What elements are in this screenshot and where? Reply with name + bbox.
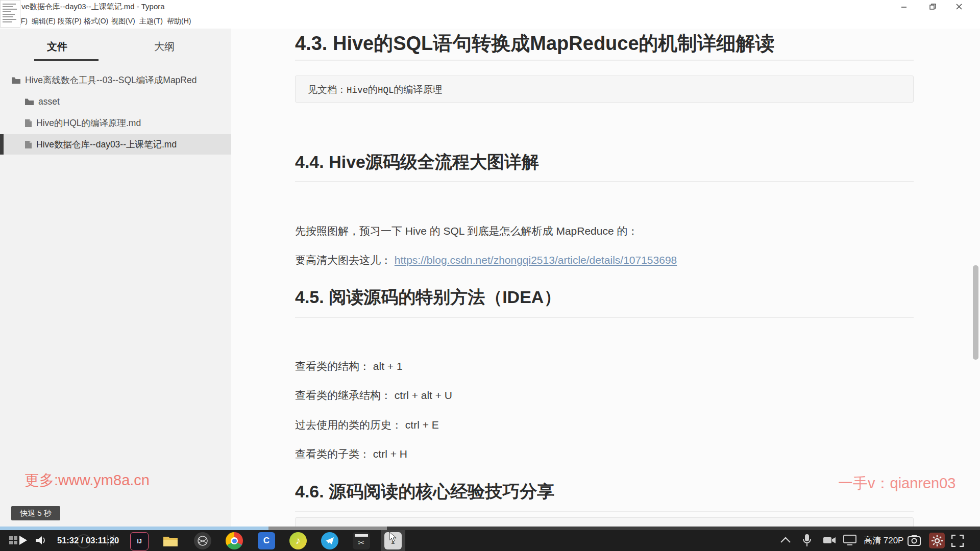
video-progress-track[interactable] xyxy=(0,527,980,530)
menu-paragraph[interactable]: 段落(P) xyxy=(58,13,82,29)
fullscreen-icon xyxy=(951,535,964,547)
settings-button[interactable] xyxy=(929,533,945,548)
tree-item-root-folder[interactable]: Hive离线数仓工具--03--SQL编译成MapRed xyxy=(0,70,242,90)
note-text: 见文档：Hive的HQL的编译原理 xyxy=(308,83,913,96)
close-icon xyxy=(956,4,962,10)
screenshot-button[interactable] xyxy=(908,535,921,546)
watermark-right: 一手v：qianren03 xyxy=(838,473,956,494)
snipping-tool-icon[interactable]: ✂ xyxy=(353,532,370,549)
file-icon xyxy=(24,119,32,128)
shortcut-line: 查看类的继承结构： ctrl + alt + U xyxy=(295,388,914,403)
menu-bar: 文件(F) 编辑(E) 段落(P) 格式(O) 视图(V) 主题(T) 帮助(H… xyxy=(0,13,980,29)
divider xyxy=(295,60,914,61)
overlay-note-box xyxy=(0,0,20,28)
close-button[interactable] xyxy=(947,0,971,13)
scrollbar-thumb[interactable] xyxy=(973,265,978,360)
screen: ve数据仓库--day03--上课笔记.md - Typora 文件(F) 编辑… xyxy=(0,0,980,551)
qq-music-icon[interactable]: ♪ xyxy=(289,532,307,549)
tree-item-hql-doc[interactable]: Hive的HQL的编译原理.md xyxy=(0,113,256,133)
telegram-icon[interactable] xyxy=(321,532,338,549)
fullscreen-button[interactable] xyxy=(951,535,964,547)
folder-icon xyxy=(24,98,34,106)
tree-item-label: Hive的HQL的编译原理.md xyxy=(36,117,141,129)
time-display: 51:32 / 03:11:20 xyxy=(57,530,119,551)
quality-selector[interactable]: 高清 720P xyxy=(864,530,903,551)
player-control-bar: 51:32 / 03:11:20 IJ C ♪ ✂ T xyxy=(0,530,980,551)
menu-theme[interactable]: 主题(T) xyxy=(139,13,163,29)
windows-start-icon[interactable] xyxy=(9,536,17,544)
globe-app-icon[interactable] xyxy=(194,532,211,549)
note-callout: 见文档：Hive的HQL的编译原理 xyxy=(295,76,914,103)
tree-item-label: Hive数据仓库--day03--上课笔记.md xyxy=(36,138,177,151)
restore-button[interactable] xyxy=(921,0,944,13)
folder-glyph xyxy=(163,535,178,547)
volume-button[interactable] xyxy=(35,535,48,546)
camera-icon xyxy=(908,535,921,546)
link-label: 要高清大图去这儿： xyxy=(295,254,391,266)
play-button[interactable] xyxy=(19,536,27,545)
active-tab-underline xyxy=(34,59,99,61)
window-title: ve数据仓库--day03--上课笔记.md - Typora xyxy=(21,0,165,13)
menu-help[interactable]: 帮助(H) xyxy=(167,13,191,29)
chevron-up-icon xyxy=(780,536,791,543)
heading-4-4: 4.4. Hive源码级全流程大图详解 xyxy=(295,151,914,172)
folder-icon xyxy=(11,77,21,84)
sidebar: 文件 大纲 Hive离线数仓工具--03--SQL编译成MapRed asset… xyxy=(0,29,231,527)
menu-format[interactable]: 格式(O) xyxy=(84,13,108,29)
video-progress-played xyxy=(0,527,268,530)
paper-plane-glyph xyxy=(325,537,334,545)
tab-outline[interactable]: 大纲 xyxy=(154,40,175,60)
divider xyxy=(295,317,914,318)
menu-view[interactable]: 视图(V) xyxy=(111,13,135,29)
csdn-blog-link[interactable]: https://blog.csdn.net/zhongqi2513/articl… xyxy=(395,254,677,266)
file-icon xyxy=(24,140,32,149)
minimize-icon xyxy=(901,4,907,10)
watermark-left: 更多:www.ym8a.cn xyxy=(24,470,150,491)
divider xyxy=(295,511,914,512)
tree-item-label: asset xyxy=(38,96,60,107)
tree-item-label: Hive离线数仓工具--03--SQL编译成MapRed xyxy=(25,74,197,86)
selection-indicator xyxy=(0,134,4,155)
cast-to-tv-button[interactable] xyxy=(843,535,856,546)
shortcut-line: 查看类的结构： alt + 1 xyxy=(295,359,914,373)
typora-workspace: 文件 大纲 Hive离线数仓工具--03--SQL编译成MapRed asset… xyxy=(0,29,980,527)
camcorder-icon xyxy=(823,536,836,545)
restore-icon xyxy=(929,4,936,10)
record-button[interactable] xyxy=(823,536,836,545)
menu-edit[interactable]: 编辑(E) xyxy=(32,13,56,29)
window-titlebar: ve数据仓库--day03--上课笔记.md - Typora xyxy=(0,0,980,13)
code-hql: HQL xyxy=(378,85,394,95)
paragraph-preview: 先按照图解，预习一下 Hive 的 SQL 到底是怎么解析成 MapReduce… xyxy=(295,224,914,238)
divider xyxy=(295,181,914,182)
microphone-button[interactable] xyxy=(802,533,812,547)
heading-4-3: 4.3. Hive的SQL语句转换成MapReduce的机制详细解读 xyxy=(295,32,914,55)
paragraph-link-line: 要高清大图去这儿： https://blog.csdn.net/zhongqi2… xyxy=(295,253,914,267)
shortcut-line: 查看类的子类： ctrl + H xyxy=(295,447,914,461)
file-explorer-icon[interactable] xyxy=(162,532,179,549)
speaker-icon xyxy=(35,535,48,546)
globe-glyph xyxy=(197,535,208,546)
chrome-icon[interactable] xyxy=(226,532,243,549)
playlist-collapse-button[interactable] xyxy=(780,536,791,543)
document-pane: 4.3. Hive的SQL语句转换成MapReduce的机制详细解读 见文档：H… xyxy=(231,29,980,527)
blue-c-app-icon[interactable]: C xyxy=(258,532,275,549)
gear-icon xyxy=(932,535,943,546)
tab-files[interactable]: 文件 xyxy=(47,40,67,60)
rewind-toast: 快退 5 秒 xyxy=(11,506,60,520)
microphone-icon xyxy=(802,533,812,547)
mouse-cursor xyxy=(389,532,397,543)
shortcut-line: 过去使用的类的历史： ctrl + E xyxy=(295,418,914,432)
heading-4-5: 4.5. 阅读源码的特别方法（IDEA） xyxy=(295,286,914,308)
tree-item-notes-doc-selected[interactable]: Hive数据仓库--day03--上课笔记.md xyxy=(0,134,256,155)
monitor-icon xyxy=(843,535,856,546)
intellij-idea-icon[interactable]: IJ xyxy=(130,532,149,550)
heading-4-6: 4.6. 源码阅读的核心经验技巧分享 xyxy=(295,481,914,502)
code-hive: Hive xyxy=(347,85,368,95)
minimize-button[interactable] xyxy=(892,0,916,13)
tree-item-asset-folder[interactable]: asset xyxy=(0,91,256,112)
